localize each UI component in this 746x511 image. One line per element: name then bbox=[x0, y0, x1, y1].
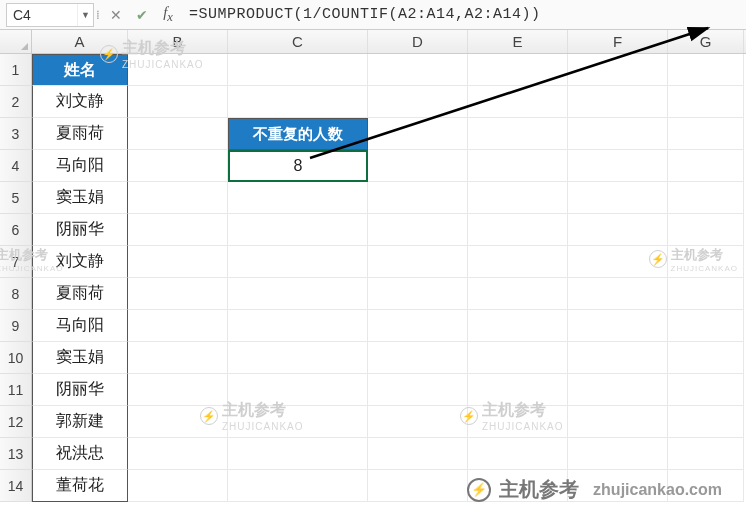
cell[interactable] bbox=[128, 342, 228, 374]
cell[interactable] bbox=[468, 150, 568, 182]
cell-a[interactable]: 窦玉娟 bbox=[32, 342, 128, 374]
cell-a[interactable]: 董荷花 bbox=[32, 470, 128, 502]
cell[interactable] bbox=[228, 246, 368, 278]
name-box[interactable]: C4 ▼ bbox=[6, 3, 94, 27]
col-header-g[interactable]: G bbox=[668, 30, 744, 53]
cell[interactable] bbox=[368, 54, 468, 86]
cell[interactable] bbox=[568, 246, 668, 278]
cell[interactable] bbox=[228, 470, 368, 502]
cell[interactable] bbox=[468, 246, 568, 278]
chevron-down-icon[interactable]: ▼ bbox=[77, 4, 93, 26]
cell[interactable] bbox=[668, 214, 744, 246]
cell[interactable] bbox=[568, 310, 668, 342]
cell[interactable] bbox=[228, 438, 368, 470]
cell[interactable] bbox=[568, 342, 668, 374]
cell[interactable] bbox=[368, 150, 468, 182]
row-header[interactable]: 2 bbox=[0, 86, 31, 118]
cell[interactable] bbox=[468, 86, 568, 118]
row-header[interactable]: 3 bbox=[0, 118, 31, 150]
cell[interactable] bbox=[568, 438, 668, 470]
cell-a[interactable]: 郭新建 bbox=[32, 406, 128, 438]
cell[interactable] bbox=[568, 54, 668, 86]
cell-a[interactable]: 阴丽华 bbox=[32, 374, 128, 406]
cell[interactable] bbox=[128, 150, 228, 182]
row-header[interactable]: 7 bbox=[0, 246, 31, 278]
col-header-a[interactable]: A bbox=[32, 30, 128, 53]
cell[interactable] bbox=[368, 214, 468, 246]
cell[interactable] bbox=[128, 406, 228, 438]
col-header-c[interactable]: C bbox=[228, 30, 368, 53]
cell[interactable] bbox=[568, 374, 668, 406]
cancel-formula-button[interactable]: ✕ bbox=[103, 3, 129, 27]
cell[interactable] bbox=[368, 438, 468, 470]
cell[interactable] bbox=[128, 54, 228, 86]
formula-input[interactable]: =SUMPRODUCT(1/COUNTIF(A2:A14,A2:A14)) bbox=[181, 6, 746, 23]
cell[interactable] bbox=[228, 86, 368, 118]
cell[interactable] bbox=[568, 118, 668, 150]
cell-a[interactable]: 祝洪忠 bbox=[32, 438, 128, 470]
cell[interactable] bbox=[128, 310, 228, 342]
cell[interactable] bbox=[568, 150, 668, 182]
cell[interactable] bbox=[128, 470, 228, 502]
cell[interactable] bbox=[668, 278, 744, 310]
cell[interactable] bbox=[368, 374, 468, 406]
cell[interactable] bbox=[128, 438, 228, 470]
cells-area[interactable]: 姓名 刘文静 夏雨荷不重复的人数 马向阳8 窦玉娟 阴丽华 刘文静 夏雨荷 马向… bbox=[32, 54, 744, 502]
cell[interactable] bbox=[568, 278, 668, 310]
cell[interactable] bbox=[368, 470, 468, 502]
cell[interactable] bbox=[228, 182, 368, 214]
cell[interactable] bbox=[368, 86, 468, 118]
cell[interactable] bbox=[228, 54, 368, 86]
cell[interactable] bbox=[568, 406, 668, 438]
cell[interactable] bbox=[668, 86, 744, 118]
col-header-e[interactable]: E bbox=[468, 30, 568, 53]
cell[interactable] bbox=[568, 86, 668, 118]
row-header[interactable]: 4 bbox=[0, 150, 31, 182]
cell[interactable] bbox=[128, 118, 228, 150]
col-header-f[interactable]: F bbox=[568, 30, 668, 53]
select-all-corner[interactable] bbox=[0, 30, 32, 53]
row-header[interactable]: 13 bbox=[0, 438, 31, 470]
cell-a[interactable]: 刘文静 bbox=[32, 246, 128, 278]
cell-a[interactable]: 夏雨荷 bbox=[32, 278, 128, 310]
cell[interactable] bbox=[368, 118, 468, 150]
cell-a[interactable]: 窦玉娟 bbox=[32, 182, 128, 214]
cell[interactable] bbox=[668, 54, 744, 86]
col-header-d[interactable]: D bbox=[368, 30, 468, 53]
cell[interactable] bbox=[228, 342, 368, 374]
row-header[interactable]: 1 bbox=[0, 54, 31, 86]
cell[interactable] bbox=[228, 310, 368, 342]
cell[interactable] bbox=[368, 182, 468, 214]
cell[interactable] bbox=[128, 214, 228, 246]
fx-icon[interactable]: fx bbox=[155, 3, 181, 27]
cell[interactable] bbox=[568, 182, 668, 214]
row-header[interactable]: 14 bbox=[0, 470, 31, 502]
row-header[interactable]: 9 bbox=[0, 310, 31, 342]
cell[interactable] bbox=[468, 278, 568, 310]
cell-a[interactable]: 马向阳 bbox=[32, 310, 128, 342]
row-header[interactable]: 12 bbox=[0, 406, 31, 438]
cell[interactable] bbox=[228, 374, 368, 406]
cell[interactable] bbox=[128, 374, 228, 406]
cell[interactable] bbox=[128, 278, 228, 310]
row-header[interactable]: 8 bbox=[0, 278, 31, 310]
row-header[interactable]: 5 bbox=[0, 182, 31, 214]
cell[interactable] bbox=[128, 86, 228, 118]
cell[interactable] bbox=[568, 214, 668, 246]
cell[interactable] bbox=[668, 182, 744, 214]
cell-c3-label[interactable]: 不重复的人数 bbox=[228, 118, 368, 150]
cell-a[interactable]: 阴丽华 bbox=[32, 214, 128, 246]
cell-a1-header[interactable]: 姓名 bbox=[32, 54, 128, 86]
cell[interactable] bbox=[468, 54, 568, 86]
cell[interactable] bbox=[668, 438, 744, 470]
row-header[interactable]: 6 bbox=[0, 214, 31, 246]
col-header-b[interactable]: B bbox=[128, 30, 228, 53]
cell[interactable] bbox=[468, 118, 568, 150]
cell[interactable] bbox=[668, 150, 744, 182]
row-header[interactable]: 10 bbox=[0, 342, 31, 374]
row-header[interactable]: 11 bbox=[0, 374, 31, 406]
cell[interactable] bbox=[468, 342, 568, 374]
cell-c4-active[interactable]: 8 bbox=[228, 150, 368, 182]
cell[interactable] bbox=[468, 182, 568, 214]
cell[interactable] bbox=[368, 278, 468, 310]
